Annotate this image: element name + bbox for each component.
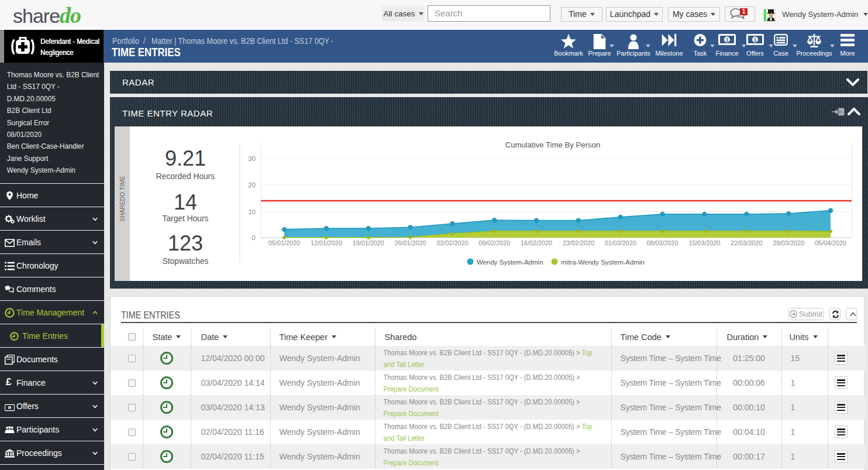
svg-text:10: 10 bbox=[248, 208, 256, 215]
svg-text:mitra-Wendy System-Admin: mitra-Wendy System-Admin bbox=[561, 259, 645, 266]
svg-text:29/03/2020: 29/03/2020 bbox=[773, 239, 804, 246]
svg-text:Target Hours: Target Hours bbox=[163, 214, 209, 223]
svg-text:1: 1 bbox=[753, 37, 756, 43]
svg-text:08/03/2020: 08/03/2020 bbox=[647, 239, 678, 246]
svg-text:01/03/2020: 01/03/2020 bbox=[605, 239, 636, 246]
svg-text:Stopwatches: Stopwatches bbox=[163, 257, 209, 266]
svg-text:05/01/2020: 05/01/2020 bbox=[268, 239, 300, 246]
svg-text:Recorded Hours: Recorded Hours bbox=[156, 172, 215, 181]
svg-text:1: 1 bbox=[725, 37, 728, 43]
svg-text:22/03/2020: 22/03/2020 bbox=[731, 239, 762, 246]
svg-text:30: 30 bbox=[248, 155, 256, 162]
svg-text:19/01/2020: 19/01/2020 bbox=[353, 239, 384, 246]
svg-text:12/01/2020: 12/01/2020 bbox=[311, 239, 342, 246]
svg-text:123: 123 bbox=[168, 231, 203, 255]
svg-text:09/02/2020: 09/02/2020 bbox=[478, 239, 510, 246]
svg-text:Wendy System-Admin: Wendy System-Admin bbox=[477, 259, 543, 266]
svg-text:1: 1 bbox=[9, 406, 11, 410]
svg-text:14: 14 bbox=[174, 190, 197, 214]
svg-text:02/02/2020: 02/02/2020 bbox=[436, 239, 468, 246]
svg-text:15/03/2020: 15/03/2020 bbox=[688, 239, 720, 246]
svg-text:Cumulative Time By Person: Cumulative Time By Person bbox=[505, 140, 601, 149]
svg-text:23/02/2020: 23/02/2020 bbox=[563, 239, 594, 246]
svg-text:26/01/2020: 26/01/2020 bbox=[394, 239, 426, 246]
svg-text:20: 20 bbox=[248, 181, 256, 188]
svg-text:9.21: 9.21 bbox=[165, 146, 206, 170]
svg-text:0: 0 bbox=[252, 234, 256, 241]
svg-text:05/04/2020: 05/04/2020 bbox=[815, 239, 846, 246]
svg-text:16/02/2020: 16/02/2020 bbox=[521, 239, 552, 246]
